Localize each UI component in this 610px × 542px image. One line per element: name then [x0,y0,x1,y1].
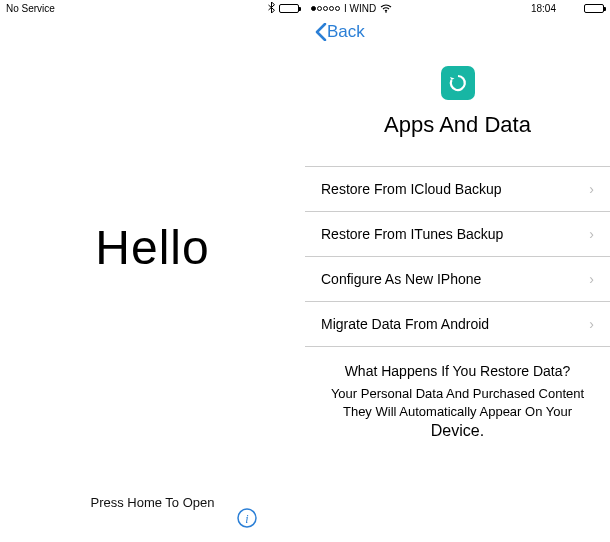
status-bar: No Service [0,0,305,16]
option-restore-icloud[interactable]: Restore From ICloud Backup › [305,167,610,212]
option-migrate-android[interactable]: Migrate Data From Android › [305,302,610,347]
option-label: Restore From ITunes Backup [321,226,503,242]
carrier-text: No Service [6,3,55,14]
signal-icon [311,6,340,11]
option-restore-itunes[interactable]: Restore From ITunes Backup › [305,212,610,257]
option-configure-new[interactable]: Configure As New IPhone › [305,257,610,302]
page-title: Apps And Data [305,112,610,138]
chevron-right-icon: › [589,181,594,197]
info-block: What Happens If You Restore Data? Your P… [305,347,610,458]
back-label: Back [327,22,365,42]
info-heading: What Happens If You Restore Data? [319,363,596,379]
chevron-left-icon [315,23,327,41]
back-button[interactable]: Back [305,16,610,48]
svg-text:i: i [245,512,248,526]
battery-icon [584,4,604,13]
option-label: Migrate Data From Android [321,316,489,332]
option-label: Restore From ICloud Backup [321,181,502,197]
wifi-icon [380,4,392,13]
option-label: Configure As New IPhone [321,271,481,287]
carrier-text: I WIND [344,3,376,14]
hello-text: Hello [0,220,305,275]
chevron-right-icon: › [589,226,594,242]
options-list: Restore From ICloud Backup › Restore Fro… [305,166,610,347]
status-bar: I WIND 18:04 [305,0,610,16]
svg-point-2 [385,11,387,13]
press-home-text[interactable]: Press Home To Open [0,495,305,510]
bluetooth-icon [268,2,275,15]
chevron-right-icon: › [589,271,594,287]
battery-icon [279,4,299,13]
clock-text: 18:04 [531,3,556,14]
info-icon[interactable]: i [237,508,257,532]
chevron-right-icon: › [589,316,594,332]
restore-icon [441,66,475,100]
info-text: Your Personal Data And Purchased Content… [319,385,596,442]
apps-and-data-screen: I WIND 18:04 Back Apps And Data Restore … [305,0,610,542]
hello-screen: No Service Hello Press Home To Open i [0,0,305,542]
